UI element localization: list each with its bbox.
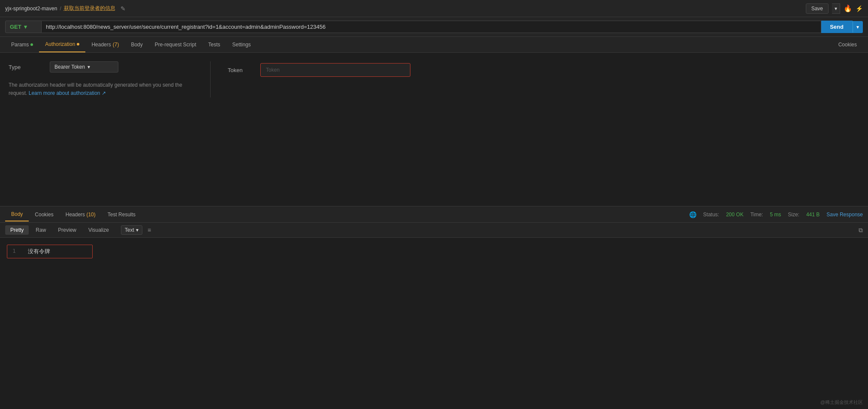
- time-value: 5 ms: [770, 212, 781, 218]
- response-highlight-box: 1 没有令牌: [7, 245, 93, 258]
- response-body-label: Body: [11, 211, 23, 217]
- tab-params[interactable]: Params: [5, 37, 39, 52]
- top-bar: yjx-springboot2-maven / 获取当前登录者的信息 ✎ Sav…: [0, 0, 868, 17]
- authorization-dot: [77, 43, 79, 45]
- time-label: Time:: [750, 212, 763, 218]
- auth-left: Type Bearer Token ▾ The authorization he…: [9, 61, 193, 97]
- project-name: yjx-springboot2-maven: [5, 6, 57, 12]
- tab-authorization[interactable]: Authorization: [39, 37, 85, 52]
- auth-type-chevron-icon: ▾: [87, 64, 90, 70]
- headers-count: (7): [113, 42, 119, 48]
- auth-right: Token: [228, 61, 859, 97]
- line-number-1: 1: [12, 248, 21, 255]
- tab-body[interactable]: Body: [125, 37, 148, 52]
- auth-type-value: Bearer Token: [54, 64, 85, 70]
- status-label: Status:: [703, 212, 719, 218]
- tab-tests-label: Tests: [208, 42, 220, 48]
- response-tab-cookies[interactable]: Cookies: [29, 208, 59, 221]
- auth-type-label: Type: [9, 64, 43, 70]
- token-input-wrapper: [260, 63, 410, 77]
- tab-cookies-label: Cookies: [838, 42, 857, 48]
- params-dot: [30, 43, 33, 46]
- response-tab-body[interactable]: Body: [5, 208, 29, 221]
- tab-settings[interactable]: Settings: [226, 37, 257, 52]
- format-tab-visualize[interactable]: Visualize: [83, 225, 114, 235]
- tab-params-label: Params: [11, 42, 29, 48]
- send-dropdown-button[interactable]: ▾: [853, 21, 863, 33]
- method-chevron-icon: ▾: [24, 24, 27, 30]
- auth-type-select[interactable]: Bearer Token ▾: [50, 61, 118, 73]
- format-type-value: Text: [125, 227, 134, 233]
- auth-type-row: Type Bearer Token ▾: [9, 61, 193, 73]
- token-row: Token: [228, 63, 859, 77]
- method-value: GET: [10, 24, 21, 30]
- breadcrumb: yjx-springboot2-maven / 获取当前登录者的信息: [5, 5, 115, 12]
- auth-divider: [210, 61, 211, 97]
- flame-icon[interactable]: 🔥: [844, 4, 852, 12]
- globe-icon: 🌐: [689, 211, 696, 218]
- format-tab-preview[interactable]: Preview: [53, 225, 81, 235]
- size-label: Size:: [788, 212, 799, 218]
- size-value: 441 B: [806, 212, 820, 218]
- format-type-select[interactable]: Text ▾: [121, 225, 142, 235]
- auth-learn-more-link[interactable]: Learn more about authorization ↗: [29, 90, 106, 96]
- tab-settings-label: Settings: [232, 42, 251, 48]
- breadcrumb-separator: /: [60, 6, 61, 12]
- response-tab-bar: Body Cookies Headers (10) Test Results 🌐…: [0, 206, 868, 223]
- format-tab-raw[interactable]: Raw: [30, 225, 51, 235]
- watermark: @稀土掘金技术社区: [820, 399, 863, 406]
- current-request-name[interactable]: 获取当前登录者的信息: [64, 5, 115, 12]
- token-input[interactable]: [262, 65, 408, 75]
- response-test-results-label: Test Results: [108, 212, 136, 218]
- response-tab-headers[interactable]: Headers (10): [60, 208, 102, 221]
- tab-authorization-label: Authorization: [45, 41, 75, 47]
- line-content-1: 没有令牌: [28, 248, 50, 255]
- request-tab-bar: Params Authorization Headers (7) Body Pr…: [0, 37, 868, 53]
- tab-body-label: Body: [131, 42, 142, 48]
- tab-tests[interactable]: Tests: [202, 37, 226, 52]
- url-input[interactable]: [42, 21, 821, 33]
- response-format-bar: Pretty Raw Preview Visualize Text ▾ ≡ ⧉: [0, 223, 868, 238]
- response-headers-count: (10): [86, 212, 95, 218]
- response-status-bar: 🌐 Status: 200 OK Time: 5 ms Size: 441 B …: [689, 211, 863, 218]
- method-select[interactable]: GET ▾: [5, 21, 42, 33]
- status-value: 200 OK: [726, 212, 744, 218]
- save-dropdown-button[interactable]: ▾: [832, 3, 840, 14]
- save-button[interactable]: Save: [806, 3, 829, 14]
- token-label: Token: [228, 67, 253, 73]
- tab-pre-request[interactable]: Pre-request Script: [149, 37, 202, 52]
- auth-panel: Type Bearer Token ▾ The authorization he…: [0, 53, 868, 106]
- response-cookies-label: Cookies: [35, 212, 53, 218]
- format-preview-label: Preview: [58, 227, 76, 233]
- response-body: 1 没有令牌: [0, 238, 868, 265]
- response-section: Body Cookies Headers (10) Test Results 🌐…: [0, 206, 868, 409]
- send-button[interactable]: Send: [821, 21, 853, 33]
- auth-description: The authorization header will be automat…: [9, 81, 193, 97]
- format-raw-label: Raw: [36, 227, 46, 233]
- edit-icon[interactable]: ✎: [121, 5, 126, 12]
- format-visualize-label: Visualize: [88, 227, 109, 233]
- wrap-lines-icon[interactable]: ≡: [148, 227, 151, 233]
- tab-headers[interactable]: Headers (7): [85, 37, 125, 52]
- response-tab-test-results[interactable]: Test Results: [102, 208, 142, 221]
- format-pretty-label: Pretty: [10, 227, 24, 233]
- copy-icon[interactable]: ⧉: [859, 227, 863, 234]
- tab-cookies[interactable]: Cookies: [832, 37, 863, 52]
- tab-pre-request-label: Pre-request Script: [155, 42, 196, 48]
- url-bar: GET ▾ Send ▾: [0, 17, 868, 37]
- lightning-icon[interactable]: ⚡: [856, 5, 863, 12]
- format-type-chevron-icon: ▾: [136, 227, 139, 233]
- format-tab-pretty[interactable]: Pretty: [5, 225, 29, 235]
- tab-headers-label: Headers: [91, 42, 111, 48]
- top-bar-left: yjx-springboot2-maven / 获取当前登录者的信息 ✎: [5, 5, 126, 12]
- save-response-button[interactable]: Save Response: [826, 212, 863, 218]
- response-headers-label: Headers: [66, 212, 85, 218]
- top-bar-right: Save ▾ 🔥 ⚡: [806, 3, 863, 14]
